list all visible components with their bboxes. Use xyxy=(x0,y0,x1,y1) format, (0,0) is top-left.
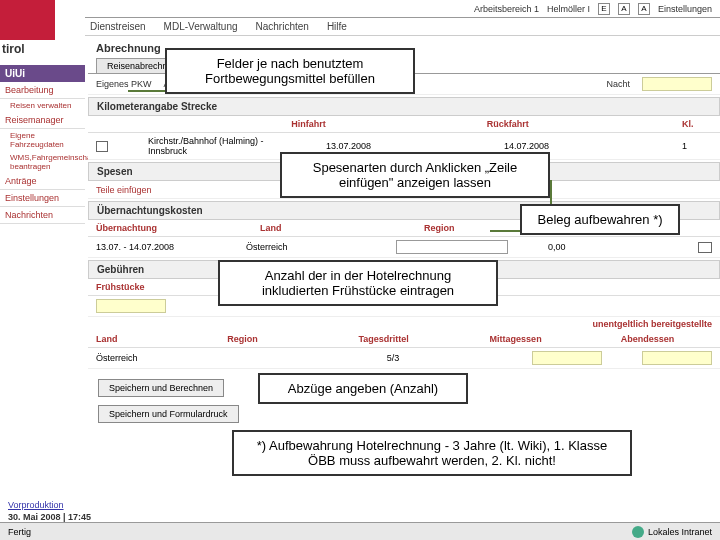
abz-tagdr: 5/3 xyxy=(387,353,492,363)
col-klasse: Kl. xyxy=(682,119,712,129)
menu-dienstreisen[interactable]: Dienstreisen xyxy=(90,21,146,32)
callout-footnote: *) Aufbewahrung Hotelrechnung - 3 Jahre … xyxy=(232,430,632,476)
connector-line xyxy=(490,230,520,232)
callout-felder: Felder je nach benutztem Fortbewegungsmi… xyxy=(165,48,415,94)
ubernacht-land: Österreich xyxy=(246,242,356,252)
sidebar-bearbeitung[interactable]: Bearbeitung xyxy=(0,82,85,99)
intranet-icon xyxy=(632,526,644,538)
sidebar-antrage[interactable]: Anträge xyxy=(0,173,85,190)
ubernacht-dates: 13.07. - 14.07.2008 xyxy=(96,242,206,252)
save-print-button[interactable]: Speichern und Formulardruck xyxy=(98,405,239,423)
sidebar-nachrichten[interactable]: Nachrichten xyxy=(0,207,85,224)
unentgelt-label: unentgeltlich bereitgestellte xyxy=(88,317,720,331)
col-abz-tagdr: Tagesdrittel xyxy=(358,334,449,344)
col-abz-region: Region xyxy=(227,334,318,344)
callout-beleg: Beleg aufbewahren *) xyxy=(520,204,680,235)
menu-hilfe[interactable]: Hilfe xyxy=(327,21,347,32)
sidebar-wms[interactable]: WMS,Fahrgemeinschaft beantragen xyxy=(0,151,85,173)
sidebar-einstellungen[interactable]: Einstellungen xyxy=(0,190,85,207)
connector-line xyxy=(128,90,168,92)
mittag-input[interactable] xyxy=(532,351,602,365)
fruhstucke-input[interactable] xyxy=(96,299,166,313)
nacht-input[interactable] xyxy=(642,77,712,91)
route-checkbox[interactable] xyxy=(96,141,108,152)
col-abend: Abendessen xyxy=(621,334,712,344)
sidebar-reisen[interactable]: Reisen verwalten xyxy=(0,99,85,112)
abz-land: Österreich xyxy=(96,353,201,363)
nacht-label: Nacht xyxy=(606,79,630,89)
hinfahrt-date: 13.07.2008 xyxy=(326,141,464,151)
ubernacht-checkbox[interactable] xyxy=(698,242,712,253)
abend-input[interactable] xyxy=(642,351,712,365)
accessibility-icon-1[interactable]: E xyxy=(598,3,610,15)
menu-nachrichten[interactable]: Nachrichten xyxy=(256,21,309,32)
ubernacht-region-input[interactable] xyxy=(396,240,508,254)
brand-logo: tirol xyxy=(0,0,85,65)
sidebar: UiUi Bearbeitung Reisen verwalten Reisem… xyxy=(0,65,85,224)
settings-link[interactable]: Einstellungen xyxy=(658,4,712,14)
menu-mdl[interactable]: MDL-Verwaltung xyxy=(164,21,238,32)
ruckfahrt-date: 14.07.2008 xyxy=(504,141,642,151)
accessibility-icon-3[interactable]: A xyxy=(638,3,650,15)
connector-line xyxy=(550,180,552,204)
callout-abzuge: Abzüge angeben (Anzahl) xyxy=(258,373,468,404)
klasse-val: 1 xyxy=(682,141,712,151)
sidebar-reisemanager[interactable]: Reisemanager xyxy=(0,112,85,129)
save-calc-button[interactable]: Speichern und Berechnen xyxy=(98,379,224,397)
sidebar-fahrzeug[interactable]: Eigene Fahrzeugdaten xyxy=(0,129,85,151)
accessibility-icon-2[interactable]: A xyxy=(618,3,630,15)
strecke-header: Kilometerangabe Strecke xyxy=(88,97,720,116)
route-text: Kirchstr./Bahnhof (Halming) - Innsbruck xyxy=(148,136,286,156)
callout-fruhstucke: Anzahl der in der Hotelrechnung inkludie… xyxy=(218,260,498,306)
zeile-einfugen-link[interactable]: Teile einfügen xyxy=(96,185,152,195)
eagle-icon xyxy=(0,0,55,40)
col-hinfahrt: Hinfahrt xyxy=(291,119,446,129)
role-label: Helmöller I xyxy=(547,4,590,14)
ubernacht-preis: 0,00 xyxy=(548,242,658,252)
col-mittag: Mittagessen xyxy=(490,334,581,344)
sidebar-header: UiUi xyxy=(0,65,85,82)
col-ubernacht: Übernachtung xyxy=(96,223,220,233)
workspace-label: Arbeitsbereich 1 xyxy=(474,4,539,14)
vehicle-label1: Eigenes PKW xyxy=(96,79,152,89)
col-land: Land xyxy=(260,223,384,233)
col-abz-land: Land xyxy=(96,334,187,344)
footer-date: 30. Mai 2008 | 17:45 xyxy=(8,512,91,522)
status-text: Fertig xyxy=(8,527,31,537)
col-ruckfahrt: Rückfahrt xyxy=(487,119,642,129)
callout-spesen: Spesenarten durch Anklicken „Zeile einfü… xyxy=(280,152,550,198)
brand-text: tirol xyxy=(0,40,85,58)
vorproduktion-link[interactable]: Vorproduktion xyxy=(8,500,64,510)
zone-text: Lokales Intranet xyxy=(648,527,712,537)
